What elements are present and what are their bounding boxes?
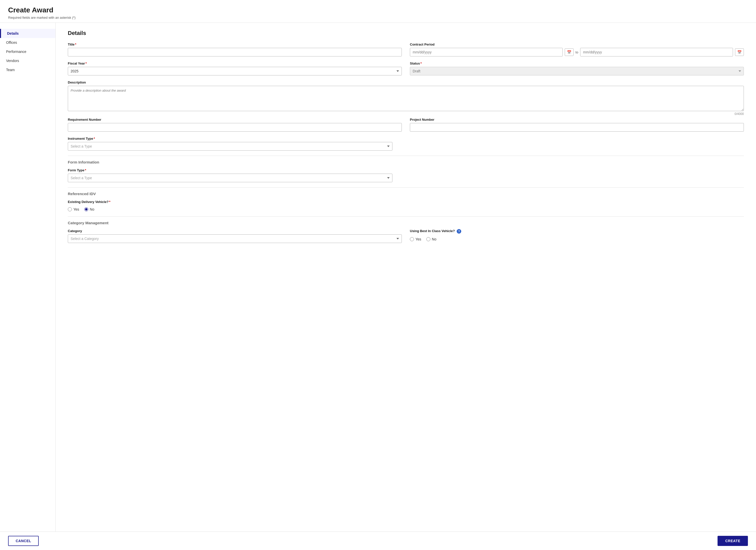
fiscal-year-select[interactable]: 2025 2024 2023 2022 xyxy=(68,67,402,75)
bic-yes-label[interactable]: Yes xyxy=(410,237,421,241)
create-button[interactable]: CREATE xyxy=(718,536,748,537)
status-group: Status* Draft Active Inactive xyxy=(410,61,744,75)
cancel-button[interactable]: CANCEL xyxy=(8,536,39,537)
fiscal-year-group: Fiscal Year* 2025 2024 2023 2022 xyxy=(68,61,402,75)
requirement-number-label: Requirement Number xyxy=(68,118,402,121)
form-type-select[interactable]: Select a Type xyxy=(68,174,392,182)
date-from-input[interactable] xyxy=(410,48,563,56)
status-select[interactable]: Draft Active Inactive xyxy=(410,67,744,75)
form-type-row: Form Type* Select a Type xyxy=(68,168,744,182)
title-group: Title* xyxy=(68,42,402,56)
date-to-calendar-button[interactable]: 📅 xyxy=(735,48,744,56)
title-required-star: * xyxy=(75,42,76,46)
date-to-input[interactable] xyxy=(580,48,733,56)
form-type-label: Form Type* xyxy=(68,168,392,172)
instrument-type-group: Instrument Type* Select a Type xyxy=(68,137,392,151)
sidebar-item-team[interactable]: Team xyxy=(0,65,55,74)
best-in-class-help-icon[interactable]: ? xyxy=(457,229,461,233)
best-in-class-label: Using Best In Class Vehicle? ? xyxy=(410,229,744,233)
status-label: Status* xyxy=(410,61,744,65)
title-input[interactable] xyxy=(68,48,402,56)
sidebar-item-vendors[interactable]: Vendors xyxy=(0,56,55,65)
best-in-class-radio-group: Yes No xyxy=(410,237,744,241)
form-type-required-star: * xyxy=(85,168,86,172)
req-project-row: Requirement Number Project Number xyxy=(68,118,744,132)
date-from-calendar-button[interactable]: 📅 xyxy=(565,48,574,56)
date-separator: to xyxy=(576,50,578,54)
instrument-type-label: Instrument Type* xyxy=(68,137,392,140)
category-select[interactable]: Select a Category xyxy=(68,234,402,243)
best-in-class-group: Using Best In Class Vehicle? ? Yes No xyxy=(410,229,744,243)
description-textarea[interactable] xyxy=(68,86,744,111)
existing-delivery-no-label[interactable]: No xyxy=(84,207,94,211)
existing-delivery-no-radio[interactable] xyxy=(84,207,88,211)
category-management-title: Category Management xyxy=(68,221,744,225)
project-number-label: Project Number xyxy=(410,118,744,121)
existing-delivery-radio-group: Yes No xyxy=(68,207,744,211)
fiscal-required-star: * xyxy=(86,61,87,65)
description-label: Description xyxy=(68,80,744,84)
title-contract-row: Title* Contract Period 📅 to 📅 xyxy=(68,42,744,56)
existing-delivery-yes-label[interactable]: Yes xyxy=(68,207,79,211)
description-group: Description 0/4000 xyxy=(68,80,744,116)
page-header: Create Award Required fields are marked … xyxy=(0,0,756,23)
existing-delivery-label: Existing Delivery Vehicle?* xyxy=(68,200,744,204)
page-subtitle: Required fields are marked with an aster… xyxy=(8,16,748,19)
requirement-number-group: Requirement Number xyxy=(68,118,402,132)
instrument-type-row: Instrument Type* Select a Type xyxy=(68,137,744,151)
divider-category xyxy=(68,216,744,217)
form-information-title: Form Information xyxy=(68,160,744,164)
instrument-required-star: * xyxy=(94,137,95,140)
category-label: Category xyxy=(68,229,402,233)
form-type-group: Form Type* Select a Type xyxy=(68,168,392,182)
sidebar-item-performance[interactable]: Performance xyxy=(0,47,55,56)
category-group: Category Select a Category xyxy=(68,229,402,243)
project-number-group: Project Number xyxy=(410,118,744,132)
contract-period-label: Contract Period xyxy=(410,42,744,46)
char-count: 0/4000 xyxy=(68,112,744,116)
existing-delivery-yes-radio[interactable] xyxy=(68,207,72,211)
category-bic-row: Category Select a Category Using Best In… xyxy=(68,229,744,243)
fiscal-status-row: Fiscal Year* 2025 2024 2023 2022 Status*… xyxy=(68,61,744,75)
existing-delivery-group: Existing Delivery Vehicle?* Yes No xyxy=(68,200,744,211)
main-content: Details Title* Contract Period 📅 to 📅 xyxy=(56,23,756,537)
bic-no-radio[interactable] xyxy=(426,237,430,241)
requirement-number-input[interactable] xyxy=(68,123,402,132)
sidebar-item-offices[interactable]: Offices xyxy=(0,38,55,47)
section-heading: Details xyxy=(68,30,744,36)
project-number-input[interactable] xyxy=(410,123,744,132)
page-body: Details Offices Performance Vendors Team… xyxy=(0,23,756,537)
existing-delivery-required-star: * xyxy=(109,200,110,204)
sidebar: Details Offices Performance Vendors Team xyxy=(0,23,56,537)
title-label: Title* xyxy=(68,42,402,46)
bic-no-label[interactable]: No xyxy=(426,237,436,241)
status-required-star: * xyxy=(421,61,422,65)
bic-yes-radio[interactable] xyxy=(410,237,414,241)
page-title: Create Award xyxy=(8,6,748,14)
instrument-type-select[interactable]: Select a Type xyxy=(68,142,392,151)
sidebar-item-details[interactable]: Details xyxy=(0,29,55,38)
date-range-group: 📅 to 📅 xyxy=(410,48,744,56)
bottom-bar: CANCEL CREATE xyxy=(0,532,756,537)
fiscal-year-label: Fiscal Year* xyxy=(68,61,402,65)
contract-period-group: Contract Period 📅 to 📅 xyxy=(410,42,744,56)
referenced-idv-title: Referenced IDV xyxy=(68,191,744,196)
